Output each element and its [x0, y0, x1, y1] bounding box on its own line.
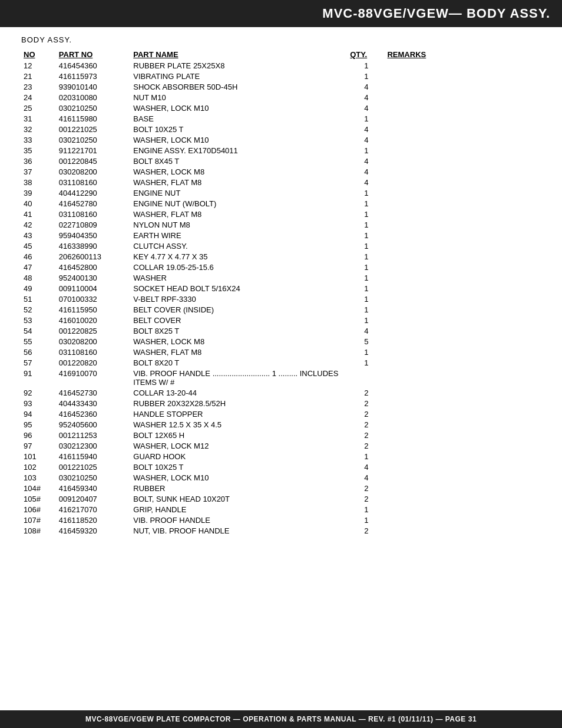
cell-remarks: [385, 230, 541, 241]
cell-qty: 2: [348, 419, 385, 430]
cell-partname: GRIP, HANDLE: [131, 504, 348, 515]
cell-qty: 4: [348, 103, 385, 113]
cell-partno: 416217070: [57, 504, 131, 515]
cell-partname: VIBRATING PLATE: [131, 71, 348, 81]
cell-remarks: [385, 525, 541, 536]
table-row: 39404412290ENGINE NUT1: [21, 187, 541, 198]
parts-table: NO PART NO PART NAME QTY. REMARKS 124164…: [21, 49, 541, 536]
cell-remarks: [385, 493, 541, 504]
cell-no: 108#: [21, 525, 57, 536]
cell-partno: 416452360: [57, 409, 131, 419]
table-row: 32001221025BOLT 10X25 T4: [21, 124, 541, 134]
cell-remarks: [385, 409, 541, 419]
cell-remarks: [385, 419, 541, 430]
cell-partname: BOLT 8X20 T: [131, 357, 348, 368]
table-row: 57001220820BOLT 8X20 T1: [21, 357, 541, 368]
cell-partno: 911221701: [57, 145, 131, 156]
cell-no: 107#: [21, 515, 57, 525]
cell-remarks: [385, 387, 541, 398]
cell-no: 48: [21, 272, 57, 283]
cell-qty: 1: [348, 357, 385, 368]
table-row: 51070100332V-BELT RPF-33301: [21, 294, 541, 304]
cell-partname: WASHER, FLAT M8: [131, 347, 348, 357]
cell-remarks: [385, 347, 541, 357]
cell-qty: 4: [348, 472, 385, 483]
cell-remarks: [385, 103, 541, 113]
cell-no: 104#: [21, 483, 57, 493]
cell-no: 101: [21, 451, 57, 462]
cell-partname: BOLT 10X25 T: [131, 462, 348, 472]
cell-qty: 1: [348, 451, 385, 462]
cell-partname: WASHER, LOCK M10: [131, 472, 348, 483]
cell-partname: BOLT 10X25 T: [131, 124, 348, 134]
cell-no: 56: [21, 347, 57, 357]
table-row: 96001211253BOLT 12X65 H2: [21, 430, 541, 440]
table-row: 36001220845BOLT 8X45 T4: [21, 156, 541, 166]
cell-partname: ENGINE ASSY. EX170D54011: [131, 145, 348, 156]
footer-bar: MVC-88VGE/VGEW PLATE COMPACTOR — OPERATI…: [0, 710, 562, 728]
cell-partname: EARTH WIRE: [131, 230, 348, 241]
cell-no: 46: [21, 251, 57, 262]
cell-partname: WASHER 12.5 X 35 X 4.5: [131, 419, 348, 430]
cell-qty: 1: [348, 71, 385, 81]
cell-partno: 416338990: [57, 241, 131, 251]
cell-no: 103: [21, 472, 57, 483]
cell-qty: 1: [348, 504, 385, 515]
cell-partno: 031108160: [57, 209, 131, 219]
cell-no: 102: [21, 462, 57, 472]
cell-partno: 030210250: [57, 103, 131, 113]
cell-partname: KEY 4.77 X 4.77 X 35: [131, 251, 348, 262]
cell-remarks: [385, 241, 541, 251]
cell-partname: NUT, VIB. PROOF HANDLE: [131, 525, 348, 536]
cell-qty: 1: [348, 198, 385, 209]
table-row: 105#009120407BOLT, SUNK HEAD 10X20T2: [21, 493, 541, 504]
cell-remarks: [385, 92, 541, 103]
cell-partno: 030208200: [57, 336, 131, 347]
cell-qty: 1: [348, 251, 385, 262]
cell-qty: 4: [348, 81, 385, 92]
cell-qty: 1: [348, 304, 385, 315]
cell-partno: 416115940: [57, 451, 131, 462]
table-row: 93404433430RUBBER 20X32X28.5/52H2: [21, 398, 541, 409]
cell-remarks: [385, 145, 541, 156]
cell-qty: 4: [348, 462, 385, 472]
cell-partno: 404433430: [57, 398, 131, 409]
cell-qty: 2: [348, 430, 385, 440]
cell-partno: 939010140: [57, 81, 131, 92]
cell-partname: HANDLE STOPPER: [131, 409, 348, 419]
cell-partname: RUBBER PLATE 25X25X8: [131, 60, 348, 71]
cell-partname: V-BELT RPF-3330: [131, 294, 348, 304]
cell-remarks: [385, 472, 541, 483]
col-header-partno: PART NO: [57, 49, 131, 60]
cell-partname: ENGINE NUT (W/BOLT): [131, 198, 348, 209]
cell-remarks: [385, 304, 541, 315]
cell-no: 32: [21, 124, 57, 134]
table-row: 42022710809NYLON NUT M81: [21, 219, 541, 230]
cell-qty: 4: [348, 156, 385, 166]
cell-partno: 416459340: [57, 483, 131, 493]
cell-qty: [348, 368, 385, 387]
cell-no: 92: [21, 387, 57, 398]
cell-qty: 1: [348, 219, 385, 230]
cell-qty: 4: [348, 92, 385, 103]
cell-qty: 1: [348, 515, 385, 525]
cell-partno: 404412290: [57, 187, 131, 198]
cell-qty: 4: [348, 166, 385, 177]
cell-remarks: [385, 272, 541, 283]
cell-partname: GUARD HOOK: [131, 451, 348, 462]
cell-partname: WASHER, LOCK M10: [131, 103, 348, 113]
cell-partname: CLUTCH ASSY.: [131, 241, 348, 251]
cell-no: 106#: [21, 504, 57, 515]
cell-no: 12: [21, 60, 57, 71]
cell-remarks: [385, 440, 541, 451]
cell-qty: 1: [348, 113, 385, 124]
cell-partno: 031108160: [57, 347, 131, 357]
cell-qty: 4: [348, 325, 385, 336]
cell-remarks: [385, 315, 541, 325]
table-row: 45416338990CLUTCH ASSY.1: [21, 241, 541, 251]
cell-remarks: [385, 198, 541, 209]
cell-partname: NUT M10: [131, 92, 348, 103]
cell-qty: 1: [348, 187, 385, 198]
cell-qty: 5: [348, 336, 385, 347]
cell-partno: 001220820: [57, 357, 131, 368]
